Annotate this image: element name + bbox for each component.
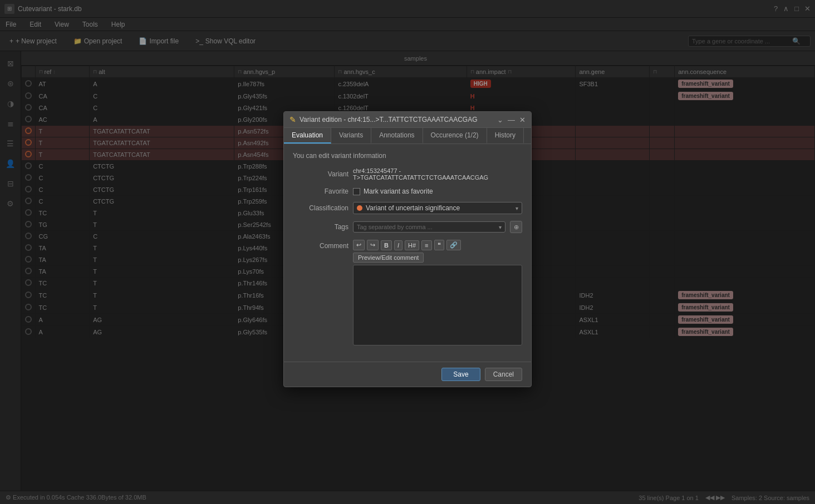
tags-row: Tags Tag separated by comma ... ▾ ⊕ [293, 221, 522, 233]
preview-edit-button[interactable]: Preview/Edit comment [353, 253, 424, 263]
comment-textarea[interactable] [353, 265, 522, 345]
classification-label: Classification [293, 204, 348, 212]
list-button[interactable]: ≡ [421, 240, 431, 250]
tab-evaluation[interactable]: Evaluation [284, 128, 331, 144]
link-button[interactable]: 🔗 [446, 240, 461, 250]
save-button[interactable]: Save [441, 368, 480, 381]
modal-overlay: ✎ Variant edition - chr4:15...>T...TATTC… [0, 0, 815, 504]
comment-editor: ↩ ↪ B I H# ≡ ❝ 🔗 Preview/Edit comment [353, 240, 522, 347]
italic-button[interactable]: I [394, 240, 402, 250]
tab-annotations[interactable]: Annotations [371, 128, 423, 144]
classification-value: Variant of uncertain significance [366, 204, 515, 212]
variant-edition-modal: ✎ Variant edition - chr4:15...>T...TATTC… [283, 111, 532, 387]
comment-toolbar: ↩ ↪ B I H# ≡ ❝ 🔗 Preview/Edit comment [353, 240, 522, 263]
quote-button[interactable]: ❝ [434, 240, 444, 250]
tags-action-button[interactable]: ⊕ [510, 221, 522, 233]
comment-label: Comment [293, 242, 348, 250]
modal-minimize-icon[interactable]: — [508, 116, 515, 124]
variant-row: Variant chr4:153245477 - T>TGATCATATTCAT… [293, 167, 522, 181]
modal-close-icon[interactable]: ✕ [519, 116, 526, 124]
favorite-checkbox[interactable] [353, 188, 360, 195]
tags-dropdown-icon[interactable]: ▾ [499, 224, 502, 230]
tab-variants[interactable]: Variants [331, 128, 371, 144]
cancel-button[interactable]: Cancel [485, 368, 522, 381]
modal-title-text: Variant edition - chr4:15...>T...TATTCTC… [300, 116, 494, 123]
favorite-text: Mark variant as favorite [364, 187, 433, 195]
tab-history[interactable]: History [487, 128, 524, 144]
modal-footer: Save Cancel [284, 362, 531, 387]
modal-titlebar: ✎ Variant edition - chr4:15...>T...TATTC… [284, 112, 531, 128]
tags-input-wrapper[interactable]: Tag separated by comma ... ▾ [353, 221, 505, 233]
favorite-label: Favorite [293, 187, 348, 195]
modal-tabs: Evaluation Variants Annotations Occurenc… [284, 128, 531, 144]
bold-button[interactable]: B [381, 240, 392, 250]
classification-dot [357, 205, 362, 211]
classification-dropdown-icon[interactable]: ▾ [515, 205, 518, 211]
modal-body: You can edit variant information Variant… [284, 144, 531, 362]
classification-select[interactable]: Variant of uncertain significance ▾ [353, 202, 522, 214]
tab-occurence[interactable]: Occurence (1/2) [423, 128, 487, 144]
favorite-row: Favorite Mark variant as favorite [293, 187, 522, 195]
variant-label: Variant [293, 170, 348, 178]
variant-value: chr4:153245477 - T>TGATCATATTCATATTCTCTG… [353, 167, 522, 181]
tags-placeholder: Tag separated by comma ... [357, 224, 497, 230]
modal-info-text: You can edit variant information [293, 152, 522, 160]
tags-label: Tags [293, 223, 348, 231]
modal-title-icon: ✎ [289, 115, 296, 124]
modal-chevron-icon[interactable]: ⌄ [497, 116, 503, 124]
redo-button[interactable]: ↪ [367, 240, 379, 250]
comment-row: Comment ↩ ↪ B I H# ≡ ❝ 🔗 Preview/Edit co… [293, 240, 522, 347]
classification-row: Classification Variant of uncertain sign… [293, 202, 522, 214]
heading-button[interactable]: H# [405, 240, 419, 250]
undo-button[interactable]: ↩ [353, 240, 365, 250]
